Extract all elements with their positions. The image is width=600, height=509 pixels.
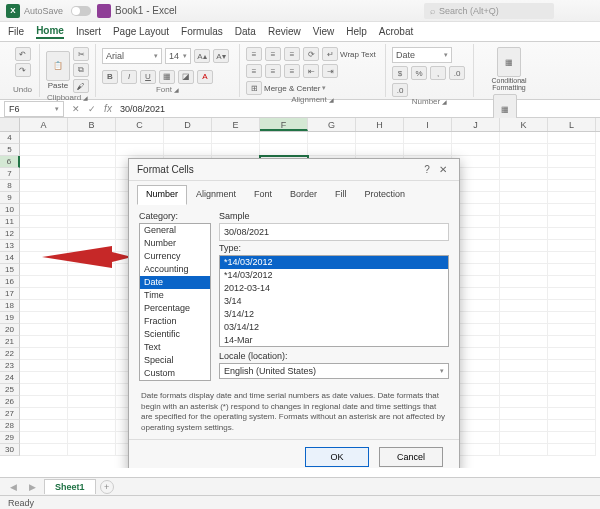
cell[interactable] (68, 360, 116, 372)
type-item[interactable]: *14/03/2012 (220, 256, 448, 269)
column-header[interactable]: L (548, 118, 596, 131)
row-header[interactable]: 18 (0, 300, 20, 312)
cell[interactable] (548, 372, 596, 384)
row-header[interactable]: 19 (0, 312, 20, 324)
clipboard-dialog-launcher-icon[interactable]: ◢ (83, 94, 88, 101)
cell[interactable] (548, 300, 596, 312)
cell[interactable] (500, 192, 548, 204)
column-header[interactable]: A (20, 118, 68, 131)
cell[interactable] (548, 288, 596, 300)
cell[interactable] (20, 444, 68, 456)
type-listbox[interactable]: *14/03/2012*14/03/20122012-03-143/143/14… (219, 255, 449, 347)
cell[interactable] (356, 144, 404, 156)
cell[interactable] (68, 276, 116, 288)
bold-icon[interactable]: B (102, 70, 118, 84)
cell[interactable] (68, 408, 116, 420)
number-format-dropdown[interactable]: Date▾ (392, 47, 452, 63)
category-item[interactable]: Text (140, 341, 210, 354)
cell[interactable] (500, 264, 548, 276)
cell[interactable] (548, 156, 596, 168)
cell[interactable] (68, 324, 116, 336)
cell[interactable] (548, 432, 596, 444)
menu-insert[interactable]: Insert (76, 26, 101, 37)
alignment-dialog-launcher-icon[interactable]: ◢ (329, 96, 334, 103)
row-header[interactable]: 20 (0, 324, 20, 336)
type-item[interactable]: 3/14 (220, 295, 448, 308)
cell[interactable] (500, 312, 548, 324)
cancel-formula-icon[interactable]: ✕ (68, 104, 84, 114)
cell[interactable] (500, 360, 548, 372)
cell[interactable] (20, 288, 68, 300)
underline-icon[interactable]: U (140, 70, 156, 84)
locale-dropdown[interactable]: English (United States) ▾ (219, 363, 449, 379)
cell[interactable] (452, 144, 500, 156)
increase-font-icon[interactable]: A▴ (194, 49, 210, 63)
dialog-tab[interactable]: Alignment (187, 185, 245, 205)
cell[interactable] (20, 324, 68, 336)
cell[interactable] (548, 324, 596, 336)
cell[interactable] (548, 444, 596, 456)
category-item[interactable]: Custom (140, 367, 210, 380)
decrease-font-icon[interactable]: A▾ (213, 49, 229, 63)
cell[interactable] (548, 264, 596, 276)
sheet-nav-next-icon[interactable]: ▶ (25, 482, 40, 492)
cell[interactable] (260, 144, 308, 156)
cell[interactable] (500, 132, 548, 144)
dialog-tab[interactable]: Border (281, 185, 326, 205)
cell[interactable] (20, 396, 68, 408)
merge-icon[interactable]: ⊞ (246, 81, 262, 95)
cell[interactable] (20, 384, 68, 396)
cell[interactable] (500, 420, 548, 432)
copy-icon[interactable]: ⧉ (73, 63, 89, 77)
cell[interactable] (68, 372, 116, 384)
type-item[interactable]: 3/14/12 (220, 308, 448, 321)
cell[interactable] (68, 336, 116, 348)
decrease-indent-icon[interactable]: ⇤ (303, 64, 319, 78)
menu-formulas[interactable]: Formulas (181, 26, 223, 37)
cell[interactable] (500, 372, 548, 384)
row-header[interactable]: 12 (0, 228, 20, 240)
wrap-text-icon[interactable]: ↵ (322, 47, 338, 61)
cell[interactable] (164, 132, 212, 144)
align-top-icon[interactable]: ≡ (246, 47, 262, 61)
row-header[interactable]: 5 (0, 144, 20, 156)
font-dialog-launcher-icon[interactable]: ◢ (174, 86, 179, 93)
name-box[interactable]: F6▾ (4, 101, 64, 117)
column-header[interactable]: D (164, 118, 212, 131)
undo-icon[interactable]: ↶ (15, 47, 31, 61)
cell[interactable] (452, 132, 500, 144)
cell[interactable] (212, 132, 260, 144)
cell[interactable] (548, 408, 596, 420)
cell[interactable] (116, 132, 164, 144)
cell[interactable] (68, 348, 116, 360)
menu-file[interactable]: File (8, 26, 24, 37)
category-item[interactable]: Scientific (140, 328, 210, 341)
font-color-icon[interactable]: A (197, 70, 213, 84)
dialog-tab[interactable]: Protection (356, 185, 415, 205)
row-header[interactable]: 10 (0, 204, 20, 216)
cell[interactable] (548, 180, 596, 192)
ok-button[interactable]: OK (305, 447, 369, 467)
category-item[interactable]: Special (140, 354, 210, 367)
cell[interactable] (500, 300, 548, 312)
cell[interactable] (20, 168, 68, 180)
cell[interactable] (116, 144, 164, 156)
cell[interactable] (548, 384, 596, 396)
menu-view[interactable]: View (313, 26, 335, 37)
cancel-button[interactable]: Cancel (379, 447, 443, 467)
cell[interactable] (20, 156, 68, 168)
cell[interactable] (68, 180, 116, 192)
cell[interactable] (500, 204, 548, 216)
category-item[interactable]: Time (140, 289, 210, 302)
cell[interactable] (20, 216, 68, 228)
cell[interactable] (68, 132, 116, 144)
cell[interactable] (20, 144, 68, 156)
font-name-dropdown[interactable]: Arial▾ (102, 48, 162, 64)
category-item[interactable]: General (140, 224, 210, 237)
help-icon[interactable]: ? (419, 164, 435, 175)
cell[interactable] (404, 144, 452, 156)
decrease-decimal-icon[interactable]: .0 (392, 83, 408, 97)
increase-decimal-icon[interactable]: .0 (449, 66, 465, 80)
align-middle-icon[interactable]: ≡ (265, 47, 281, 61)
cell[interactable] (548, 276, 596, 288)
